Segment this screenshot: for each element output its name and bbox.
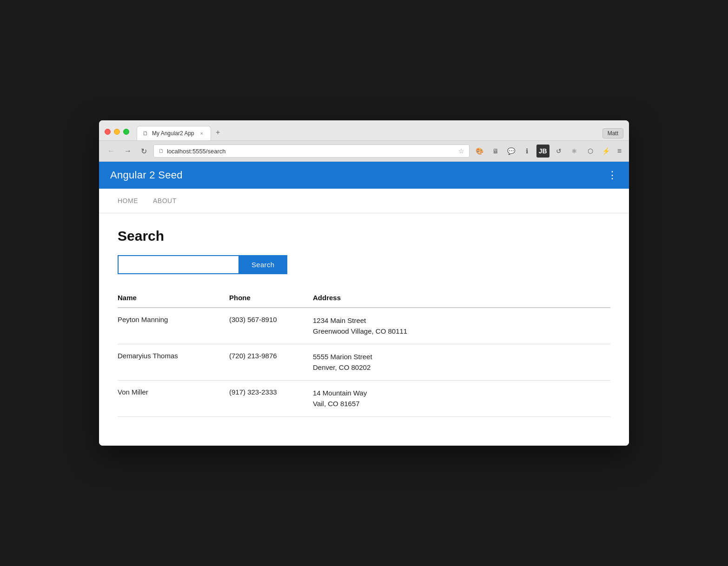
col-header-name: Name bbox=[118, 289, 229, 308]
app-nav: HOME ABOUT bbox=[99, 189, 629, 213]
maximize-button[interactable] bbox=[123, 129, 129, 135]
search-row: Search bbox=[118, 255, 610, 274]
user-badge: Matt bbox=[602, 128, 623, 138]
browser-menu-button[interactable]: ≡ bbox=[615, 145, 623, 157]
extension-icon-5[interactable]: JB bbox=[536, 145, 549, 158]
extension-icon-1[interactable]: 🎨 bbox=[473, 145, 486, 158]
extension-icon-7[interactable]: ⚛ bbox=[568, 145, 581, 158]
app-menu-button[interactable]: ⋮ bbox=[607, 169, 618, 181]
nav-home[interactable]: HOME bbox=[110, 189, 146, 213]
extension-icon-2[interactable]: 🖥 bbox=[489, 145, 502, 158]
toolbar-icons: 🎨 🖥 💬 ℹ JB ↺ ⚛ ⬡ ⚡ ≡ bbox=[473, 145, 623, 158]
cell-phone: (720) 213-9876 bbox=[229, 344, 313, 381]
extension-icon-4[interactable]: ℹ bbox=[521, 145, 534, 158]
tab-title: My Angular2 App bbox=[152, 130, 194, 137]
url-text: localhost:5555/search bbox=[167, 148, 456, 155]
nav-about[interactable]: ABOUT bbox=[146, 189, 184, 213]
page-icon: 🗋 bbox=[159, 148, 164, 154]
table-header-row: Name Phone Address bbox=[118, 289, 610, 308]
cell-address: 1234 Main StreetGreenwood Village, CO 80… bbox=[313, 308, 610, 344]
search-button[interactable]: Search bbox=[238, 255, 287, 274]
cell-phone: (303) 567-8910 bbox=[229, 308, 313, 344]
search-input[interactable] bbox=[118, 255, 238, 274]
new-tab-icon: + bbox=[216, 128, 220, 136]
extension-icon-6[interactable]: ↺ bbox=[552, 145, 565, 158]
minimize-button[interactable] bbox=[114, 129, 120, 135]
address-bar: ← → ↻ 🗋 localhost:5555/search ☆ 🎨 🖥 💬 ℹ … bbox=[99, 141, 629, 162]
back-button[interactable]: ← bbox=[105, 146, 118, 156]
cell-phone: (917) 323-2333 bbox=[229, 381, 313, 417]
title-bar: 🗋 My Angular2 App × + Matt bbox=[99, 120, 629, 141]
extension-icon-8[interactable]: ⬡ bbox=[584, 145, 597, 158]
tab-close-button[interactable]: × bbox=[199, 130, 205, 137]
table-row: Von Miller(917) 323-233314 Mountain WayV… bbox=[118, 381, 610, 417]
page-title: Search bbox=[118, 228, 610, 244]
app-header: Angular 2 Seed ⋮ bbox=[99, 162, 629, 189]
refresh-button[interactable]: ↻ bbox=[138, 146, 150, 157]
extension-icon-9[interactable]: ⚡ bbox=[600, 145, 613, 158]
window-controls bbox=[105, 129, 137, 140]
url-bar[interactable]: 🗋 localhost:5555/search ☆ bbox=[153, 145, 470, 158]
extension-icon-3[interactable]: 💬 bbox=[505, 145, 518, 158]
app-content: Search Search Name Phone Address Peyton … bbox=[99, 213, 629, 446]
table-row: Demaryius Thomas(720) 213-98765555 Mario… bbox=[118, 344, 610, 381]
cell-address: 5555 Marion StreetDenver, CO 80202 bbox=[313, 344, 610, 381]
active-tab[interactable]: 🗋 My Angular2 App × bbox=[137, 126, 211, 140]
app-title: Angular 2 Seed bbox=[110, 169, 183, 181]
cell-name: Peyton Manning bbox=[118, 308, 229, 344]
browser-window: 🗋 My Angular2 App × + Matt ← → ↻ 🗋 local… bbox=[99, 120, 629, 446]
close-button[interactable] bbox=[105, 129, 111, 135]
cell-name: Von Miller bbox=[118, 381, 229, 417]
bookmark-icon[interactable]: ☆ bbox=[458, 147, 464, 155]
cell-name: Demaryius Thomas bbox=[118, 344, 229, 381]
col-header-phone: Phone bbox=[229, 289, 313, 308]
results-table: Name Phone Address Peyton Manning(303) 5… bbox=[118, 289, 610, 417]
cell-address: 14 Mountain WayVail, CO 81657 bbox=[313, 381, 610, 417]
new-tab-button[interactable]: + bbox=[211, 125, 225, 140]
tab-bar: 🗋 My Angular2 App × + bbox=[137, 125, 225, 140]
forward-button[interactable]: → bbox=[121, 146, 134, 156]
col-header-address: Address bbox=[313, 289, 610, 308]
table-row: Peyton Manning(303) 567-89101234 Main St… bbox=[118, 308, 610, 344]
tab-page-icon: 🗋 bbox=[143, 130, 148, 137]
